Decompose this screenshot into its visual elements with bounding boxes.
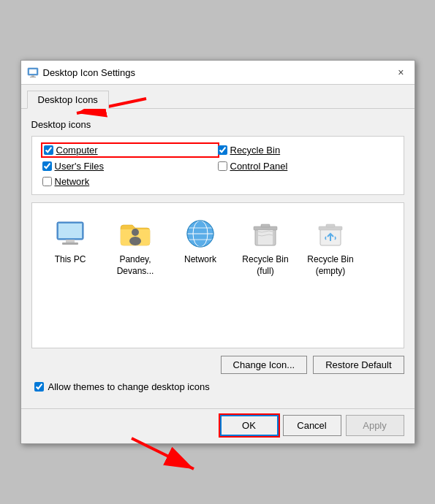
network-label: Network (184, 254, 216, 266)
icon-network[interactable]: Network (170, 210, 232, 269)
svg-rect-1 (29, 69, 37, 74)
checkbox-computer-input[interactable] (44, 145, 53, 155)
dialog-title: Desktop Icon Settings (43, 67, 135, 78)
icon-recycle-empty[interactable]: Recycle Bin(empty) (300, 210, 362, 280)
checkbox-recycle-label: Recycle Bin (230, 145, 281, 156)
tabs-bar: Desktop Icons (21, 85, 415, 109)
svg-rect-7 (62, 243, 78, 245)
titlebar-left: Desktop Icon Settings (27, 66, 135, 78)
dialog-content: Desktop icons Computer Recycle Bin User'… (21, 109, 415, 408)
network-icon (183, 216, 218, 251)
allow-themes-label: Allow themes to change desktop icons (48, 381, 210, 392)
recycle-empty-label: Recycle Bin(empty) (307, 254, 353, 277)
this-pc-label: This PC (55, 254, 86, 266)
icon-recycle-full[interactable]: Recycle Bin(full) (235, 210, 297, 280)
checkbox-control-input[interactable] (218, 161, 227, 171)
svg-rect-2 (31, 75, 34, 77)
restore-default-button[interactable]: Restore Default (313, 356, 404, 374)
titlebar: Desktop Icon Settings × (21, 61, 415, 85)
pandey-icon (118, 216, 153, 251)
tab-desktop-icons[interactable]: Desktop Icons (27, 91, 109, 109)
svg-rect-3 (30, 77, 36, 77)
section-label: Desktop icons (31, 119, 404, 130)
this-pc-icon (53, 216, 88, 251)
checkbox-computer[interactable]: Computer (42, 144, 218, 156)
checkbox-users-files[interactable]: User's Files (42, 161, 218, 172)
bottom-buttons-bar: OK Cancel Apply (21, 408, 415, 443)
icon-pandey[interactable]: Pandey, Devans... (105, 210, 167, 280)
svg-rect-6 (66, 240, 75, 243)
checkbox-recycle-input[interactable] (218, 145, 227, 155)
svg-point-8 (132, 229, 139, 236)
checkbox-network-input[interactable] (42, 177, 52, 186)
icon-this-pc[interactable]: This PC (39, 210, 102, 269)
icon-buttons-row: Change Icon... Restore Default (31, 356, 404, 374)
checkbox-computer-label: Computer (56, 145, 98, 156)
recycle-empty-icon (313, 216, 348, 251)
allow-themes-row: Allow themes to change desktop icons (31, 381, 404, 392)
close-button[interactable]: × (393, 65, 408, 80)
checkbox-network-label: Network (55, 176, 90, 187)
checkbox-control-panel[interactable]: Control Panel (218, 161, 393, 172)
checkboxes-area: Computer Recycle Bin User's Files Contro… (31, 136, 404, 195)
ok-button[interactable]: OK (220, 415, 279, 436)
svg-point-9 (129, 237, 141, 245)
icons-area: This PC Pandey, Devans... (31, 202, 404, 348)
checkbox-users-input[interactable] (42, 161, 52, 171)
allow-themes-checkbox[interactable] (34, 382, 44, 392)
recycle-full-icon (248, 216, 283, 251)
pandey-label: Pandey, Devans... (107, 254, 164, 277)
svg-rect-21 (326, 224, 335, 227)
svg-rect-5 (58, 224, 82, 238)
apply-button: Apply (346, 415, 404, 436)
svg-rect-18 (261, 224, 270, 227)
dialog-icon (27, 66, 39, 78)
checkbox-network[interactable]: Network (42, 176, 218, 187)
cancel-button[interactable]: Cancel (283, 415, 341, 436)
checkbox-control-label: Control Panel (230, 161, 288, 172)
change-icon-button[interactable]: Change Icon... (221, 356, 308, 374)
checkboxes-grid: Computer Recycle Bin User's Files Contro… (42, 144, 393, 187)
checkbox-users-label: User's Files (55, 161, 105, 172)
desktop-icon-settings-dialog: Desktop Icon Settings × Desktop Icons De… (20, 60, 415, 444)
recycle-full-label: Recycle Bin(full) (242, 254, 288, 277)
checkbox-recycle-bin[interactable]: Recycle Bin (218, 144, 393, 156)
